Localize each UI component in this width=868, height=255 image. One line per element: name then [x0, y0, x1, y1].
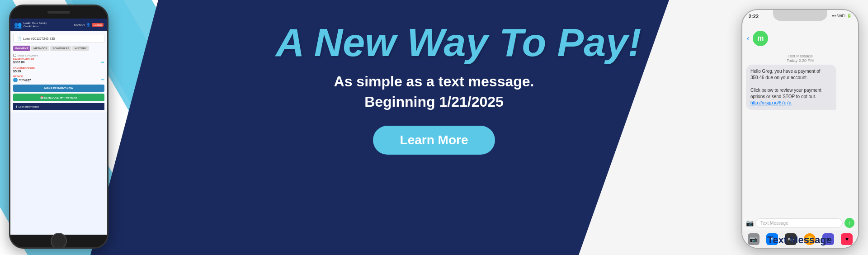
tab-payment[interactable]: PAYMENT [13, 46, 30, 51]
make-payment-label: Make a Payment [18, 54, 38, 57]
send-button[interactable]: ↑ [844, 218, 854, 228]
subtitle-line2: Beginning 1/21/2025 [276, 92, 592, 112]
logo-text: Health Care Family Credit Union [24, 22, 47, 28]
message-input-area: 📷 Text Message ↑ [742, 215, 858, 231]
edit-method-icon[interactable]: ✏ [101, 78, 104, 82]
status-icons: ▪▪▪ WiFi 🔋 [831, 14, 852, 18]
phone-time: 2:22 [749, 14, 759, 19]
payment-amount-number: $332.88 [13, 61, 24, 65]
message-from-label: Text Message [746, 54, 854, 58]
make-payment-button[interactable]: MAKE PAYMENT NOW [13, 85, 104, 92]
camera-icon[interactable]: 📷 [746, 219, 754, 227]
center-content: A New Way To Pay! As simple as a text me… [276, 23, 592, 155]
extra-icon[interactable]: ♥ [841, 233, 853, 245]
method-value: ****4267 ✏ [13, 78, 104, 82]
learn-more-button[interactable]: Learn More [373, 126, 495, 155]
payment-amount-value: $332.88 ✏ [13, 61, 104, 65]
battery-icon: 🔋 [847, 14, 852, 18]
tab-schedules[interactable]: SCHEDULES [50, 46, 71, 51]
message-bubble-container: Hello Greg, you have a payment of 350.46… [746, 65, 854, 110]
message-body: Text Message Today 2:20 PM Hello Greg, y… [742, 49, 858, 215]
wifi-icon: WiFi [837, 14, 845, 18]
logo-sub: Credit Union [24, 25, 47, 28]
left-phone-mockup: 👥 Health Care Family Credit Union Michae… [9, 5, 108, 249]
camera-app-icon[interactable]: 📷 [748, 233, 760, 245]
back-arrow-icon[interactable]: ‹ [747, 34, 749, 42]
right-phone-mockup: 2:22 ▪▪▪ WiFi 🔋 ‹ m Text Message To [741, 9, 859, 249]
schedule-payment-button[interactable]: 📅 SCHEDULE MY PAYMENT [13, 94, 104, 101]
user-name: Michael [74, 24, 85, 27]
message-time-label: Today 2:20 PM [746, 58, 854, 63]
right-phone-area: 2:22 ▪▪▪ WiFi 🔋 ‹ m Text Message To [723, 0, 868, 255]
loan-info-label: Loan Information [19, 105, 39, 108]
edit-payment-icon[interactable]: ✏ [101, 61, 104, 65]
phone-speaker [47, 11, 70, 14]
app-logo: 👥 Health Care Family Credit Union [14, 21, 47, 28]
main-title: A New Way To Pay! [276, 23, 592, 62]
subtitle: As simple as a text message. Beginning 1… [276, 71, 592, 112]
message-header: ‹ m [742, 28, 858, 49]
subtitle-line1: As simple as a text message. [276, 71, 592, 92]
screen-body: 📄 Loan #201277245-835 PAYMENT METHODS SC… [10, 31, 107, 113]
iphone-notch [773, 10, 827, 21]
message-link[interactable]: http://msgp.io/67q7a [750, 100, 792, 105]
tab-history[interactable]: HISTORY [72, 46, 89, 51]
make-payment-checkbox[interactable] [13, 54, 16, 57]
payment-amount-row: PAYMENT AMOUNT $332.88 ✏ [13, 58, 104, 65]
message-input[interactable]: Text Message [755, 218, 843, 228]
message-timestamp: Text Message Today 2:20 PM [746, 54, 854, 63]
contact-avatar: m [753, 31, 768, 46]
logo-name: Health Care Family [24, 22, 47, 25]
banner-container: 👥 Health Care Family Credit Union Michae… [0, 0, 868, 255]
home-button[interactable] [51, 233, 67, 249]
text-message-label: Text Message [767, 234, 832, 246]
app-header: 👥 Health Care Family Credit Union Michae… [10, 19, 107, 31]
phone-top-bar [10, 6, 107, 19]
logout-button[interactable]: Logout [92, 23, 104, 27]
phone-bottom [10, 235, 107, 247]
schedule-label: SCHEDULE MY PAYMENT [44, 96, 78, 99]
document-icon: 📄 [16, 36, 21, 41]
signal-icon: ▪▪▪ [831, 14, 836, 18]
tab-bar: PAYMENT METHODS SCHEDULES HISTORY [13, 46, 104, 51]
user-icon: 👤 [86, 23, 90, 27]
phone-screen-content: ‹ m Text Message Today 2:20 PM Hello Gre… [742, 28, 858, 248]
convenience-fee-value: $5.99 [13, 70, 104, 73]
phone-screen: 👥 Health Care Family Credit Union Michae… [10, 19, 107, 235]
loan-info-icon: ℹ [16, 105, 17, 108]
method-row: METHOD ****4267 ✏ [13, 75, 104, 82]
loan-info-bar: ℹ Loan Information [13, 103, 104, 110]
message-bubble: Hello Greg, you have a payment of 350.46… [746, 65, 836, 110]
message-input-placeholder: Text Message [760, 221, 788, 226]
tab-methods[interactable]: METHODS [31, 46, 49, 51]
method-number: ****4267 [19, 79, 31, 82]
loan-number-field: 📄 Loan #201277245-835 [13, 34, 104, 43]
convenience-fee-row: CONVENIENCE FEE $5.99 [13, 67, 104, 73]
calendar-icon: 📅 [40, 96, 44, 99]
loan-number-value: Loan #201277245-835 [23, 37, 55, 40]
method-indicator [13, 78, 18, 82]
make-payment-section: Make a Payment [13, 54, 104, 57]
logo-icon: 👥 [14, 21, 22, 28]
